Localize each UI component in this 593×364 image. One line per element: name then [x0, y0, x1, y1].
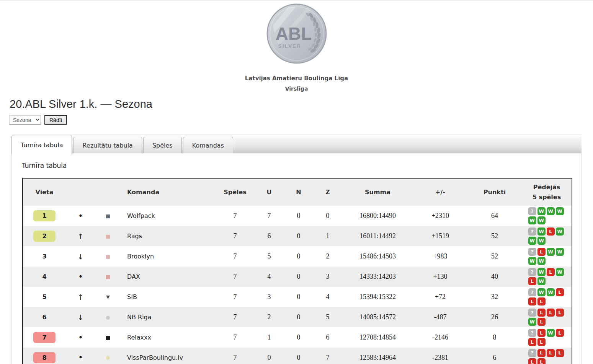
result-win-badge: W [547, 248, 555, 256]
rank-number: 3 [42, 253, 46, 260]
cell-speles: 7 [216, 266, 254, 287]
season-select[interactable]: Sezona [10, 115, 41, 125]
result-win-badge: W [537, 288, 546, 296]
logo-silver-text: SILVER [278, 43, 301, 49]
cell-vieta: 1 [23, 206, 66, 226]
movement-down-icon: ↓ [78, 313, 84, 322]
result-unknown-badge: ? [528, 309, 536, 317]
cell-movement: ↓ [66, 246, 95, 266]
header-u: U [254, 178, 284, 206]
header-logo [95, 178, 120, 206]
header-summa: Summa [342, 178, 413, 206]
cell-last5: ?WLWLW [522, 266, 572, 287]
cell-logo [95, 307, 120, 327]
result-win-badge: W [547, 288, 555, 296]
cell-last5: ?LLLLL [522, 348, 572, 364]
cell-n: 0 [284, 307, 313, 327]
last5-badges: ?WWWWW [528, 207, 565, 224]
cell-z: 3 [313, 266, 342, 287]
cell-plus-minus: +983 [413, 246, 467, 266]
result-loss-badge: L [537, 318, 546, 326]
tab-komandas[interactable]: Komandas [183, 137, 233, 153]
team-logo [106, 296, 110, 299]
cell-plus-minus: +72 [413, 287, 467, 307]
cell-team-name: Wolfpack [120, 206, 216, 226]
cell-plus-minus: -487 [413, 307, 467, 327]
last5-badges: ?LWLLL [528, 329, 565, 346]
team-logo [106, 255, 110, 259]
cell-logo [95, 266, 120, 287]
cell-z: 5 [313, 307, 342, 327]
result-win-badge: W [537, 237, 546, 245]
result-loss-badge: L [556, 329, 564, 337]
cell-last5: ?LWWWW [522, 246, 572, 266]
cell-logo [95, 206, 120, 226]
table-row: 1•Wolfpack770016800:14490+231064?WWWWW [23, 206, 572, 226]
cell-team-name: NB Rīga [120, 307, 216, 327]
league-name: Latvijas Amatieru Boulinga Līga [0, 75, 593, 82]
cell-n: 0 [284, 246, 313, 266]
result-win-badge: W [537, 216, 546, 224]
cell-summa: 15486:14503 [342, 246, 413, 266]
cell-team-name: Relaxxx [120, 327, 216, 348]
cell-n: 0 [284, 287, 313, 307]
cell-u: 5 [254, 246, 284, 266]
result-unknown-badge: ? [528, 268, 536, 276]
tab-panel: Turnīra tabula Vieta Komanda Spēles U N … [11, 153, 582, 364]
cell-logo [95, 348, 120, 364]
rank-badge: 8 [33, 352, 56, 363]
cell-z: 1 [313, 226, 342, 246]
last5-badges: ?LWWWW [528, 248, 565, 265]
table-row: 5↑SIB730415394:15322+7232?WWLLL [23, 287, 572, 307]
cell-punkti: 32 [467, 287, 522, 307]
header-speles: Spēles [216, 178, 254, 206]
cell-n: 0 [284, 226, 313, 246]
result-win-badge: W [537, 227, 546, 236]
cell-punkti: 8 [467, 327, 522, 348]
season-controls: Sezona Rādīt [10, 115, 593, 125]
table-row: 8•VissParBoulingu.lv700712583:14964-2381… [23, 348, 572, 364]
team-logo [106, 336, 110, 340]
cell-u: 0 [254, 348, 284, 364]
result-loss-badge: L [547, 309, 555, 317]
cell-speles: 7 [216, 226, 254, 246]
result-loss-badge: L [537, 309, 546, 317]
rank-badge: 2 [33, 231, 56, 242]
tab-rezultatu-tabula[interactable]: Rezultātu tabula [73, 137, 142, 153]
cell-movement: ↓ [66, 307, 95, 327]
rank-number: 4 [42, 273, 46, 280]
result-loss-badge: L [537, 329, 546, 337]
cell-punkti: 26 [467, 307, 522, 327]
cell-summa: 16011:14492 [342, 226, 413, 246]
cell-summa: 12708:14854 [342, 327, 413, 348]
cell-punkti: 52 [467, 246, 522, 266]
result-loss-badge: L [547, 227, 555, 236]
cell-movement: • [66, 266, 95, 287]
cell-logo [95, 287, 120, 307]
show-button[interactable]: Rādīt [44, 115, 67, 125]
cell-u: 4 [254, 266, 284, 287]
cell-u: 2 [254, 307, 284, 327]
header-last5-line1: Pēdējās [522, 182, 571, 192]
cell-plus-minus: -2146 [413, 327, 467, 348]
movement-up-icon: ↑ [78, 293, 84, 301]
cell-last5: ?WWWWW [522, 206, 572, 226]
cell-z: 0 [313, 206, 342, 226]
tab-speles[interactable]: Spēles [143, 137, 182, 153]
cell-team-name: Rags [120, 226, 216, 246]
section-title: Turnīra tabula [22, 162, 581, 169]
result-win-badge: W [556, 207, 564, 215]
cell-movement: • [66, 206, 95, 226]
result-win-badge: W [537, 257, 546, 265]
tab-turnira-tabula[interactable]: Turnīra tabula [11, 135, 72, 154]
cell-vieta: 6 [23, 307, 66, 327]
abl-silver-medal-icon: ABL SILVER [266, 3, 327, 64]
header-komanda: Komanda [120, 178, 216, 206]
cell-summa: 16800:14490 [342, 206, 413, 226]
cell-n: 0 [284, 206, 313, 226]
last5-badges: ?LLLWL [528, 309, 565, 326]
result-win-badge: W [528, 237, 536, 245]
cell-speles: 7 [216, 287, 254, 307]
page-title: 20.ABL Silver 1.k. — Sezona [10, 98, 593, 110]
result-unknown-badge: ? [528, 349, 536, 357]
